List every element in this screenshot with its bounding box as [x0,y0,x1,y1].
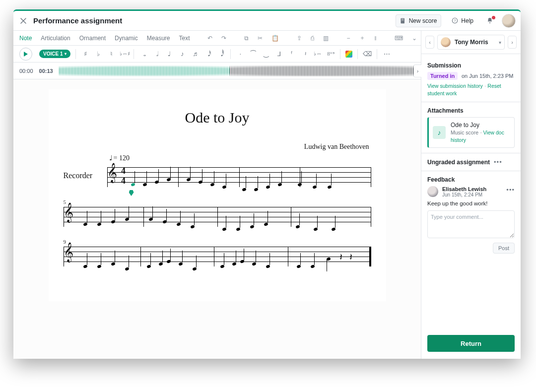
treble-clef-icon: 𝄞 [107,164,117,181]
tuplet-icon[interactable]: ⅃ [274,50,283,58]
treble-clef-icon: 𝄞 [64,244,73,261]
sharp-icon[interactable]: ♯ [81,50,90,58]
staff-system-3: 9 𝄞 [64,247,371,266]
layout-icon[interactable]: ▥ [323,35,329,42]
octave-icon[interactable]: 8ᵛᵃ [326,51,335,57]
sixtyfourth-note-icon[interactable]: 𝅘𝅥𝅱 [216,50,225,58]
student-selector[interactable]: Tony Morris ▾ [437,35,505,50]
change-duration-icon[interactable]: ♭↔ [313,51,322,57]
attachment-type: Music score [451,130,478,135]
instrument-label: Recorder [64,171,93,180]
student-avatar-icon [441,37,451,47]
time-signature: 44 [120,166,127,186]
print-icon[interactable]: ⎙ [311,35,314,42]
paste-icon[interactable]: 📋 [271,35,279,42]
undo-icon[interactable]: ↶ [207,35,212,42]
student-picker: ‹ Tony Morris ▾ › [421,31,521,54]
tab-measure[interactable]: Measure [147,35,170,42]
tab-articulation[interactable]: Articulation [41,35,70,42]
help-label: Help [461,17,473,24]
commenter-avatar-icon [427,186,438,197]
student-name: Tony Morris [455,39,495,46]
editor-pane: Note Articulation Ornament Dynamic Measu… [13,31,421,359]
copy-icon[interactable]: ⧉ [244,35,249,42]
toolbar-tabs: Note Articulation Ornament Dynamic Measu… [13,31,421,46]
prev-student-button[interactable]: ‹ [425,36,434,49]
comment-more-icon[interactable]: ••• [506,186,515,194]
thirtysecond-note-icon[interactable]: 𝅘𝅥𝅰 [203,50,212,58]
help-button[interactable]: ? Help [447,14,478,27]
grading-more-icon[interactable]: ••• [494,158,502,166]
delete-icon[interactable]: ⌫ [363,50,372,58]
close-icon[interactable] [19,17,27,25]
submission-time: on Jun 15th, 2:23 PM [462,73,514,79]
more-icon[interactable]: ⌄ [412,35,417,42]
attachment-title: Ode to Joy [451,122,510,129]
tab-text[interactable]: Text [179,35,190,42]
attachment-item[interactable]: ♪ Ode to Joy Music score · View doc hist… [427,117,515,148]
svg-text:?: ? [454,18,456,23]
score-composer: Ludwig van Beethoven [64,143,371,151]
half-note-icon[interactable]: 𝅗𝅥 [152,50,161,58]
submission-heading: Submission [427,62,515,69]
app-header: Performance assignment New score ? Help [13,11,521,31]
voice-selector[interactable]: VOICE 1▾ [39,50,70,58]
eighth-note-icon[interactable]: ♪ [178,50,187,58]
grading-heading: Ungraded assignment [427,159,490,166]
quarter-note-icon[interactable]: ♩ [165,50,174,58]
view-submission-history-link[interactable]: View submission history [427,83,483,89]
zoom-in-icon[interactable]: ＋ [359,34,365,42]
export-icon[interactable]: ⇪ [297,35,302,42]
cut-icon[interactable]: ✂ [258,35,263,42]
next-student-button[interactable]: › [508,36,517,49]
voice-label: VOICE 1 [43,51,63,57]
double-accidental-icon[interactable]: ♭↔♯ [120,51,129,57]
keyboard-icon[interactable]: ⌨ [395,35,403,42]
notification-dot-icon [492,16,495,19]
time-current: 00:13 [39,68,53,74]
slur-icon[interactable]: ‿ [262,50,270,58]
waveform[interactable] [59,65,415,76]
svg-rect-2 [402,20,404,20]
flat-icon[interactable]: ♭ [94,50,103,58]
zoom-out-icon[interactable]: − [346,35,350,42]
bars-icon[interactable]: ⦀ [374,35,377,42]
time-start: 00:00 [19,68,33,74]
whole-note-icon[interactable]: 𝅝 [139,50,148,58]
music-score-icon: ♪ [433,126,446,139]
score-viewport[interactable]: Ode to Joy Ludwig van Beethoven = 120 Re… [13,79,421,359]
notifications-button[interactable] [484,17,496,25]
staff-system-2: 5 𝄞 [64,207,371,227]
feedback-heading: Feedback [427,176,515,183]
new-score-button[interactable]: New score [396,14,442,27]
tab-note[interactable]: Note [19,35,32,42]
dot-icon[interactable]: · [236,50,245,58]
attachments-heading: Attachments [427,107,515,114]
score-tempo: = 120 [109,154,371,162]
current-user-avatar[interactable] [502,14,516,28]
review-panel: ‹ Tony Morris ▾ › Submission Turned in o… [421,31,521,359]
return-button[interactable]: Return [427,335,515,352]
submission-status-row: Turned in on Jun 15th, 2:23 PM [427,72,515,80]
comment-body: Keep up the good work! [427,200,515,206]
tab-dynamic[interactable]: Dynamic [115,35,138,42]
status-badge: Turned in [427,72,458,80]
commenter-name: Elisabeth Lewish [442,186,502,192]
rest-icon[interactable]: 𝄽 [300,51,309,57]
tab-ornament[interactable]: Ornament [79,35,106,42]
app-window: Performance assignment New score ? Help … [13,9,521,359]
natural-icon[interactable]: ♮ [107,50,116,58]
treble-clef-icon: 𝄞 [64,204,73,221]
comment-input[interactable] [427,210,515,238]
grace-icon[interactable]: ᶠ [287,50,296,58]
color-picker-icon[interactable] [345,51,352,58]
post-comment-button[interactable]: Post [493,243,515,254]
play-button[interactable] [19,48,32,61]
sixteenth-note-icon[interactable]: ♬ [191,50,200,58]
redo-icon[interactable]: ↷ [221,35,226,42]
tie-icon[interactable]: ⁀ [249,50,258,58]
collapse-sidepanel-button[interactable]: › [413,65,421,77]
chevron-down-icon: ▾ [499,40,501,45]
new-score-label: New score [409,17,437,24]
toolbar-more-icon[interactable]: ⋯ [382,50,391,58]
